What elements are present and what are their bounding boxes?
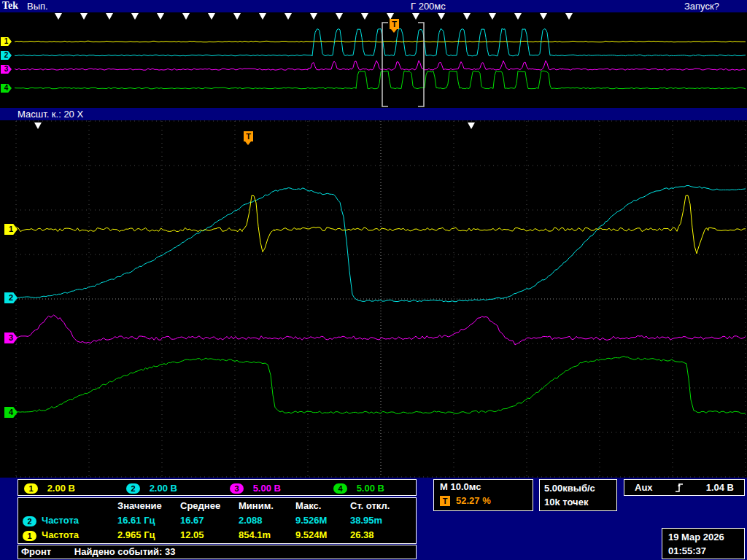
channel-2-badge[interactable]: 2 bbox=[126, 483, 140, 494]
search-event-marker-icon bbox=[468, 122, 475, 129]
zoom-graticule[interactable] bbox=[0, 120, 747, 478]
search-event-marker-icon bbox=[412, 13, 419, 20]
search-event-marker-icon bbox=[565, 13, 573, 20]
zoom-scale-label: Масшт. к.: 20 X bbox=[18, 109, 83, 120]
search-events-count: Найдено событий: 33 bbox=[74, 546, 176, 557]
datetime-box: 19 Мар 2026 01:55:37 bbox=[662, 528, 745, 559]
col-header-mean: Среднее bbox=[180, 500, 220, 511]
main-timebase: M 10.0мс bbox=[440, 481, 527, 492]
channel-scale-box: 1 2.00 В 2 2.00 В 3 5.00 В 4 5.00 В bbox=[18, 479, 417, 496]
col-header-value: Значение bbox=[117, 500, 162, 511]
search-event-marker-icon bbox=[55, 13, 62, 20]
aux-level: 1.04 В bbox=[706, 482, 734, 493]
meas-ch1-stddev: 26.38 bbox=[350, 529, 374, 540]
measurement-name: Частота bbox=[42, 529, 79, 540]
search-event-marker-icon bbox=[233, 13, 241, 20]
search-event-marker-icon bbox=[463, 13, 471, 20]
channel-1-badge: 1 bbox=[23, 531, 36, 541]
meas-ch2-mean: 16.67 bbox=[180, 515, 204, 526]
search-event-marker-icon bbox=[106, 13, 113, 20]
meas-ch2-stddev: 38.95m bbox=[350, 515, 382, 526]
readout-panel: 1 2.00 В 2 2.00 В 3 5.00 В 4 5.00 В M 10… bbox=[0, 478, 747, 560]
search-event-marker-icon bbox=[438, 13, 445, 20]
trigger-flag-icon: T bbox=[440, 496, 450, 506]
main-trigger-flag[interactable]: T bbox=[244, 131, 253, 141]
search-event-marker-icon bbox=[336, 13, 343, 20]
search-event-marker-icon bbox=[514, 13, 522, 20]
channel-4-scale[interactable]: 5.00 В bbox=[357, 483, 384, 494]
rising-edge-icon bbox=[675, 482, 684, 493]
trigger-status: Запуск? bbox=[684, 1, 719, 12]
acquisition-status: Вып. bbox=[27, 1, 48, 12]
channel-3-scale[interactable]: 5.00 В bbox=[253, 483, 281, 494]
search-event-marker-icon bbox=[285, 13, 292, 20]
search-event-marker-icon bbox=[34, 122, 42, 129]
time: 01:55:37 bbox=[668, 544, 738, 558]
search-results-bar[interactable]: Фронт Найдено событий: 33 bbox=[18, 545, 417, 559]
overview-pane[interactable] bbox=[0, 12, 747, 108]
meas-ch1-value: 2.965 Гц bbox=[117, 529, 155, 540]
timebase-box[interactable]: M 10.0мс T52.27 % bbox=[433, 479, 533, 511]
channel-2-badge: 2 bbox=[23, 516, 36, 526]
zoom-scale-bar: Масшт. к.: 20 X bbox=[0, 108, 747, 120]
trigger-position-percent: 52.27 % bbox=[456, 495, 491, 506]
col-header-min: Миним. bbox=[239, 500, 274, 511]
measurement-row-ch1-name[interactable]: 1Частота bbox=[23, 529, 79, 541]
channel-1-badge[interactable]: 1 bbox=[24, 483, 38, 494]
sample-rate: 5.00квыб/с bbox=[544, 481, 612, 495]
channel-1-scale[interactable]: 2.00 В bbox=[47, 483, 75, 494]
meas-ch1-max: 9.524M bbox=[295, 529, 327, 540]
meas-ch2-min: 2.088 bbox=[239, 515, 263, 526]
aux-trigger-box[interactable]: Aux 1.04 В bbox=[624, 479, 745, 496]
search-event-marker-icon bbox=[208, 13, 215, 20]
search-event-marker-icon bbox=[182, 13, 190, 20]
meas-ch2-value: 16.61 Гц bbox=[117, 515, 155, 526]
search-event-marker-icon bbox=[310, 13, 317, 20]
channel-3-badge[interactable]: 3 bbox=[230, 483, 244, 494]
measurement-name: Частота bbox=[42, 515, 79, 526]
search-event-marker-icon bbox=[540, 13, 547, 20]
channel-2-scale[interactable]: 2.00 В bbox=[150, 483, 177, 494]
meas-ch2-max: 9.526M bbox=[295, 515, 327, 526]
top-status-bar: Tek Вып. Г 200мс Запуск? bbox=[0, 0, 747, 12]
meas-ch1-mean: 12.05 bbox=[180, 529, 204, 540]
overview-timebase: Г 200мс bbox=[411, 1, 446, 12]
search-type: Фронт bbox=[21, 546, 51, 557]
search-event-marker-icon bbox=[157, 13, 164, 20]
meas-ch1-min: 854.1m bbox=[239, 529, 271, 540]
search-event-marker-icon bbox=[489, 13, 496, 20]
search-event-marker-icon bbox=[131, 13, 139, 20]
measurement-table: Значение Среднее Миним. Макс. Ст. откл. … bbox=[18, 497, 417, 544]
col-header-max: Макс. bbox=[295, 500, 321, 511]
search-event-marker-icon bbox=[80, 13, 88, 20]
col-header-stddev: Ст. откл. bbox=[350, 500, 390, 511]
oscilloscope-display: Масшт. к.: 20 X Tek Вып. Г 200мс Запуск?… bbox=[0, 0, 747, 560]
tek-logo: Tek bbox=[2, 0, 18, 12]
aux-label: Aux bbox=[635, 482, 653, 493]
channel-4-badge[interactable]: 4 bbox=[333, 483, 347, 494]
record-length: 10k точек bbox=[544, 495, 612, 509]
search-event-marker-icon bbox=[361, 13, 368, 20]
overview-trigger-flag[interactable]: T bbox=[390, 19, 399, 29]
sample-rate-box[interactable]: 5.00квыб/с 10k точек bbox=[539, 479, 617, 511]
date: 19 Мар 2026 bbox=[668, 530, 738, 544]
measurement-row-ch2-name[interactable]: 2Частота bbox=[23, 515, 79, 526]
search-event-marker-icon bbox=[259, 13, 266, 20]
